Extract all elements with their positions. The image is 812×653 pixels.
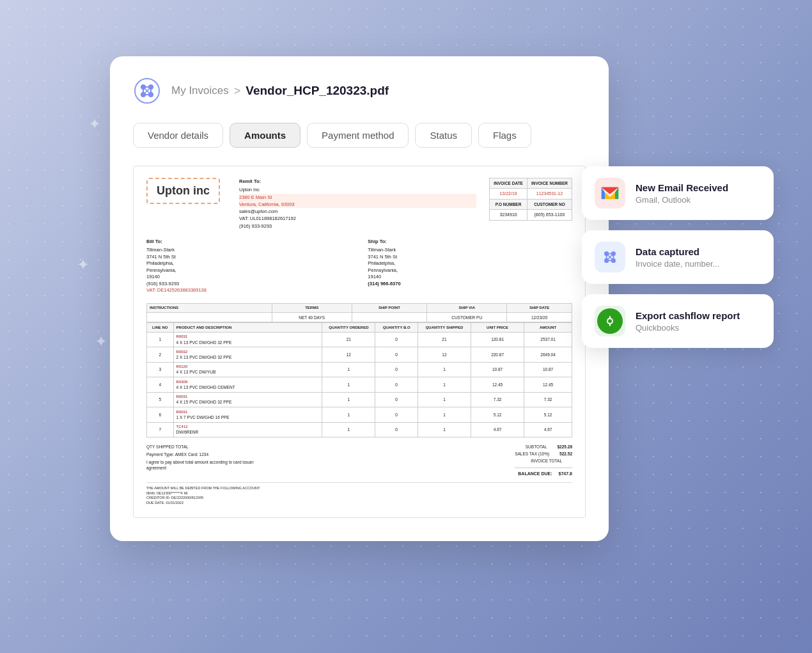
remit-title: Remit To: [239, 178, 476, 185]
customer-no-value: (805) 653-1100 [527, 209, 572, 220]
quickbooks-icon [595, 306, 625, 336]
notif-data-title: Data captured [636, 246, 720, 257]
breadcrumb-current: Vendor_HCP_120323.pdf [246, 84, 389, 98]
sparkle-2: ✦ [77, 256, 90, 274]
payment-type: Payment Type: AMEX Card: 1234 [146, 452, 274, 457]
notif-qb-text: Export cashflow report Quickbooks [636, 310, 740, 333]
notif-gmail-subtitle: Gmail, Outlook [636, 195, 728, 205]
customer-no-header: CUSTOMER NO [527, 199, 572, 209]
card-header: My Invoices > Vendor_HCP_120323.pdf [133, 77, 586, 105]
ship-date-value: 12/23/20 [507, 313, 572, 322]
qty-shipped-total-label: QTY SHIPPED TOTAL [146, 444, 274, 450]
tab-amounts[interactable]: Amounts [230, 123, 301, 148]
bill-to-city: Philadelphia, [146, 260, 351, 267]
sales-tax-value: 522.52 [559, 451, 572, 457]
notif-qb-title: Export cashflow report [636, 310, 740, 321]
tab-vendor-details[interactable]: Vendor details [133, 123, 223, 148]
qty-bo-header: QUANTITY B.O [375, 323, 418, 332]
qty-shipped-header: QUANTITY SHIPPED [418, 323, 471, 332]
terms-value: NET 40 DAYS [272, 313, 352, 322]
tab-bar: Vendor details Amounts Payment method St… [133, 123, 586, 148]
iban: IBAN: DE12300*******4 96 [146, 491, 572, 496]
tab-status[interactable]: Status [415, 123, 472, 148]
notif-gmail-text: New Email Received Gmail, Outlook [636, 182, 728, 205]
remit-phone: (916) 933-9293 [239, 223, 476, 230]
ship-to-title: Ship To: [368, 239, 572, 246]
table-row: 2 R00322 X 13 PVC DW/GHD 32 PPE 12012 22… [147, 347, 572, 362]
notif-card-data: Data captured Invoice date, number... [582, 230, 774, 284]
remit-address: 2380 E Main St [239, 194, 476, 201]
remit-email: sales@upton.com [239, 208, 476, 215]
main-card: My Invoices > Vendor_HCP_120323.pdf Vend… [110, 56, 609, 541]
ship-to-city: Philadelphia, [368, 260, 572, 267]
notif-data-subtitle: Invoice date, number... [636, 259, 720, 269]
breadcrumb-parent[interactable]: My Invoices [171, 84, 229, 97]
ship-via-header: SHIP VIA [427, 303, 507, 312]
sparkle-1: ✦ [88, 115, 101, 133]
bill-to-phone: (916) 933-9293 [146, 281, 351, 288]
instructions-header: INSTRUCTIONS [147, 303, 272, 312]
invoice-date-header: INVOICE DATE [490, 178, 527, 189]
ship-to-phone: (314) 966-6370 [368, 281, 572, 288]
invoice-document: Upton inc Remit To: Upton Inc 2380 E Mai… [133, 166, 586, 518]
ship-to-name: Tillman-Stark [368, 247, 572, 254]
svg-rect-22 [609, 316, 611, 319]
amount-header: AMOUNT [524, 323, 572, 332]
invoice-date-value: 13/22/19 [490, 189, 527, 200]
po-number-value: 3234910 [490, 209, 527, 220]
svg-rect-23 [609, 324, 611, 326]
notif-card-gmail: New Email Received Gmail, Outlook [582, 166, 774, 220]
invoice-number-header: INVOICE NUMBER [527, 178, 572, 189]
bill-to-title: Bill To: [146, 239, 351, 246]
data-capture-icon [595, 242, 625, 272]
due-date: DUE DATE: 01/31/2022 [146, 501, 572, 506]
ship-point-value [352, 313, 426, 322]
notification-stack: New Email Received Gmail, Outlook Data c… [582, 166, 774, 348]
breadcrumb: My Invoices > Vendor_HCP_120323.pdf [171, 84, 389, 98]
ship-to-zip: 19140 [368, 274, 572, 281]
terms-header: TERMS [272, 303, 352, 312]
tab-payment-method[interactable]: Payment method [307, 123, 409, 148]
unit-price-header: UNIT PRICE [471, 323, 524, 332]
notif-gmail-title: New Email Received [636, 182, 728, 193]
payment-note: I agree to pay above total amount accord… [146, 459, 274, 471]
subtotal-label: SUBTOTAL [526, 444, 547, 450]
bill-to-name: Tillman-Stark [146, 247, 351, 254]
bill-to-state: Pennsylvania, [146, 267, 351, 274]
line-items-table: LINE NO PRODUCT AND DESCRIPTION QUANTITY… [146, 322, 572, 437]
ship-via-value: CUSTOMER PU [427, 313, 507, 322]
bill-to-vat: VAT: DE1425263883389138 [146, 287, 351, 294]
table-row: 3 R01204 X 13 PVC DW/YUB 101 10.8710.87 [147, 362, 572, 377]
ship-to-section: Ship To: Tillman-Stark 3741 N 5th St Phi… [368, 239, 572, 294]
tab-flags[interactable]: Flags [478, 123, 531, 148]
gmail-icon [595, 178, 625, 208]
ship-point-header: SHIP POINT [352, 303, 426, 312]
bill-to-zip: 19140 [146, 274, 351, 281]
table-row: 4 R03094 X 13 PVC DW/GHD CEMENT 101 12.4… [147, 377, 572, 392]
remit-section: Remit To: Upton Inc 2380 E Main St Ventu… [239, 178, 476, 230]
remit-name: Upton Inc [239, 186, 476, 193]
totals-section: SUBTOTAL $225.28 SALES TAX (10%) 522.52 … [515, 444, 572, 477]
table-row: 6 R00311 X 7 PVC DW/GHD 16 PPE 101 5.125… [147, 407, 572, 422]
invoice-footer: QTY SHIPPED TOTAL Payment Type: AMEX Car… [146, 444, 572, 477]
balance-due-value: $747.8 [559, 471, 572, 477]
notif-data-text: Data captured Invoice date, number... [636, 246, 720, 269]
product-desc-header: PRODUCT AND DESCRIPTION [173, 323, 322, 332]
qty-ordered-header: QUANTITY ORDERED [322, 323, 375, 332]
company-section: Upton inc [146, 178, 220, 230]
app-logo [133, 77, 161, 105]
remit-vat: VAT: UL011898182617192 [239, 215, 476, 222]
creditor-id: CREDITOR ID: DE/2222000/812345 [146, 496, 572, 501]
ship-to-state: Pennsylvania, [368, 267, 572, 274]
company-name: Upton inc [146, 178, 220, 204]
footer-text: THE AMOUNT WILL BE DEBITED FROM THE FOLL… [146, 486, 572, 491]
balance-due-label: BALANCE DUE: [518, 471, 552, 477]
sales-tax-label: SALES TAX (10%) [515, 451, 549, 457]
invoice-total-label: INVOICE TOTAL [531, 458, 562, 464]
invoice-bottom-footer: THE AMOUNT WILL BE DEBITED FROM THE FOLL… [146, 482, 572, 506]
po-number-header: P.O NUMBER [490, 199, 527, 209]
line-no-header: LINE NO [147, 323, 174, 332]
bill-to-section: Bill To: Tillman-Stark 3741 N 5th St Phi… [146, 239, 351, 294]
notif-card-quickbooks: Export cashflow report Quickbooks [582, 294, 774, 348]
subtotal-value: $225.28 [558, 444, 573, 450]
